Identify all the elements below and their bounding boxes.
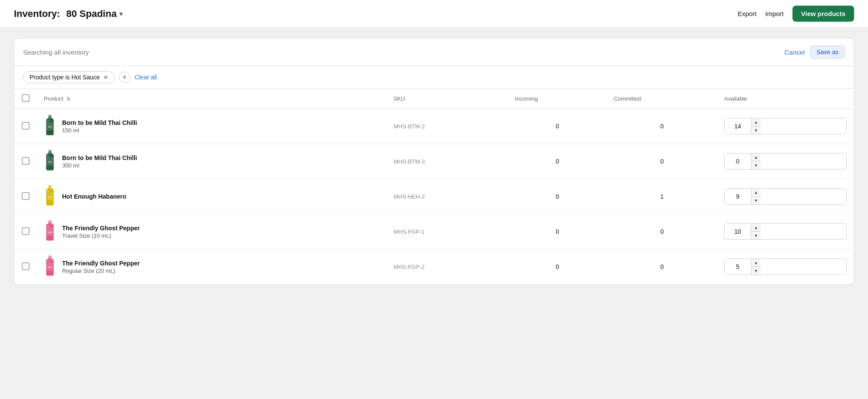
inventory-table: Product ⇅ SKU Incoming Committed Availab… [14, 89, 854, 284]
table-row: HOT The Friendly Ghost Pepper Regular Si… [14, 249, 854, 285]
product-cell: HOT Born to be Mild Thai Chilli 150 ml [37, 109, 386, 144]
product-variant: Travel Size (10 mL) [62, 232, 140, 239]
main-content: Cancel Save as Product type is Hot Sauce… [0, 28, 868, 399]
qty-up-button[interactable]: ▲ [751, 259, 761, 267]
sku-cell: MHS-FGP-2 [386, 249, 508, 285]
table-row: HOT Hot Enough Habanero MHS-HEH-201 ▲ ▼ [14, 179, 854, 214]
bottle-icon: HOT [44, 150, 56, 173]
product-name: Born to be Mild Thai Chilli [62, 154, 137, 161]
select-all-checkbox[interactable] [22, 94, 30, 102]
svg-rect-6 [49, 150, 52, 153]
quantity-input[interactable] [725, 259, 751, 275]
quantity-input[interactable] [725, 154, 751, 169]
row-checkbox[interactable] [22, 227, 30, 235]
product-variant: 150 ml [62, 127, 137, 134]
quantity-stepper: ▲ ▼ [724, 118, 847, 134]
svg-rect-24 [49, 255, 52, 258]
qty-up-button[interactable]: ▲ [751, 154, 761, 161]
header: Inventory: 80 Spadina ▾ Export Import Vi… [0, 0, 868, 28]
svg-rect-9 [46, 155, 50, 157]
product-name: Hot Enough Habanero [62, 193, 126, 200]
product-variant: Regular Size (20 mL) [62, 268, 140, 274]
product-name: The Friendly Ghost Pepper [62, 260, 140, 267]
incoming-cell: 0 [508, 249, 607, 285]
view-products-button[interactable]: View products [792, 6, 854, 22]
svg-rect-21 [46, 226, 50, 227]
export-button[interactable]: Export [738, 10, 756, 17]
available-cell: ▲ ▼ [717, 214, 854, 249]
quantity-stepper: ▲ ▼ [724, 153, 847, 170]
available-cell: ▲ ▼ [717, 179, 854, 214]
svg-text:HOT: HOT [48, 161, 52, 163]
qty-up-button[interactable]: ▲ [751, 118, 761, 126]
product-info: Hot Enough Habanero [62, 193, 126, 200]
qty-up-button[interactable]: ▲ [751, 224, 761, 232]
committed-cell: 0 [607, 214, 717, 249]
svg-rect-27 [46, 261, 50, 262]
filter-label: Product type is Hot Sauce [30, 74, 100, 81]
incoming-cell: 0 [508, 109, 607, 144]
qty-buttons: ▲ ▼ [751, 154, 761, 169]
bottle-icon: HOT [44, 185, 56, 208]
th-product: Product ⇅ [37, 89, 386, 109]
page-title: Inventory: 80 Spadina ▾ [14, 8, 122, 20]
qty-down-button[interactable]: ▼ [751, 161, 761, 169]
bottle-icon: HOT [44, 255, 56, 278]
clear-all-button[interactable]: Clear all [135, 74, 157, 81]
row-checkbox[interactable] [22, 192, 30, 200]
product-name: Born to be Mild Thai Chilli [62, 119, 137, 126]
quantity-stepper: ▲ ▼ [724, 188, 847, 205]
close-icon[interactable]: ✕ [103, 74, 108, 81]
row-checkbox[interactable] [22, 262, 30, 270]
inventory-card: Cancel Save as Product type is Hot Sauce… [14, 38, 854, 285]
location-name: 80 Spadina [66, 8, 116, 20]
product-info: Born to be Mild Thai Chilli 300 ml [62, 154, 137, 169]
sku-cell: MHS-BTM-3 [386, 144, 508, 179]
product-variant: 300 ml [62, 162, 137, 169]
qty-down-button[interactable]: ▼ [751, 232, 761, 239]
sku-cell: MHS-HEH-2 [386, 179, 508, 214]
svg-rect-15 [46, 190, 50, 192]
search-input[interactable] [23, 49, 785, 56]
qty-up-button[interactable]: ▲ [751, 189, 761, 196]
qty-down-button[interactable]: ▼ [751, 126, 761, 134]
svg-rect-18 [49, 220, 52, 223]
svg-text:HOT: HOT [48, 196, 52, 198]
svg-text:HOT: HOT [48, 266, 52, 268]
qty-buttons: ▲ ▼ [751, 118, 761, 134]
sort-icon[interactable]: ⇅ [66, 96, 70, 101]
product-cell: HOT Hot Enough Habanero [37, 179, 386, 214]
qty-down-button[interactable]: ▼ [751, 196, 761, 204]
table-header: Product ⇅ SKU Incoming Committed Availab… [14, 89, 854, 109]
product-info: The Friendly Ghost Pepper Travel Size (1… [62, 225, 140, 239]
th-incoming: Incoming [508, 89, 607, 109]
quantity-input[interactable] [725, 189, 751, 204]
qty-buttons: ▲ ▼ [751, 189, 761, 204]
committed-cell: 1 [607, 179, 717, 214]
cancel-button[interactable]: Cancel [785, 49, 805, 56]
committed-cell: 0 [607, 249, 717, 285]
incoming-cell: 0 [508, 144, 607, 179]
qty-buttons: ▲ ▼ [751, 224, 761, 239]
filters-row: Product type is Hot Sauce ✕ + Clear all [14, 66, 854, 89]
row-checkbox[interactable] [22, 157, 30, 165]
inventory-label: Inventory: [14, 8, 60, 20]
product-info: Born to be Mild Thai Chilli 150 ml [62, 119, 137, 134]
quantity-stepper: ▲ ▼ [724, 258, 847, 275]
available-cell: ▲ ▼ [717, 144, 854, 179]
quantity-input[interactable] [725, 224, 751, 239]
th-available: Available [717, 89, 854, 109]
header-actions: Export Import View products [738, 6, 854, 22]
available-cell: ▲ ▼ [717, 249, 854, 285]
product-cell: HOT The Friendly Ghost Pepper Regular Si… [37, 249, 386, 285]
quantity-stepper: ▲ ▼ [724, 223, 847, 240]
add-filter-button[interactable]: + [119, 72, 130, 83]
quantity-input[interactable] [725, 118, 751, 134]
search-bar: Cancel Save as [14, 39, 854, 66]
chevron-down-icon[interactable]: ▾ [119, 10, 122, 17]
available-cell: ▲ ▼ [717, 109, 854, 144]
import-button[interactable]: Import [765, 10, 784, 17]
qty-down-button[interactable]: ▼ [751, 267, 761, 275]
save-as-button[interactable]: Save as [810, 46, 845, 59]
row-checkbox[interactable] [22, 122, 30, 130]
